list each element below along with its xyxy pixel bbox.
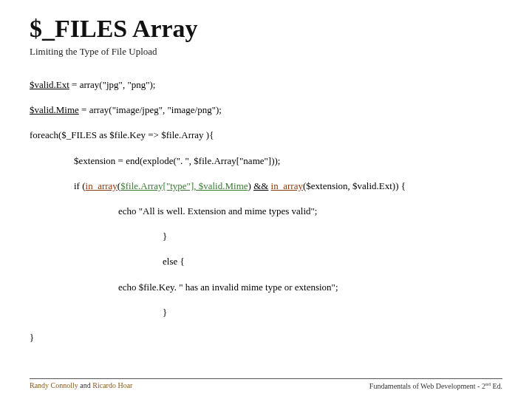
arg-file-array-type: $file.Array["type"], $valid.Mime bbox=[120, 180, 248, 191]
fn-in-array: in_array bbox=[86, 180, 117, 191]
fn-in-array-2: in_array bbox=[271, 180, 303, 191]
code-line-2: $valid.Mime = array("image/jpeg", "image… bbox=[30, 103, 502, 117]
code-text: ($extension, $valid.Ext)) { bbox=[303, 180, 406, 191]
slide-title: $_FILES Array bbox=[30, 15, 502, 43]
code-text: if ( bbox=[30, 180, 86, 191]
footer-text: and bbox=[78, 381, 92, 389]
author-1: Randy Connolly bbox=[30, 381, 78, 389]
code-line-5: if (in_array($file.Array["type"], $valid… bbox=[30, 180, 502, 193]
code-line-9: echo $file.Key. " has an invalid mime ty… bbox=[30, 281, 502, 294]
slide-footer: Randy Connolly and Ricardo Hoar Fundamen… bbox=[30, 378, 502, 390]
slide-subtitle: Limiting the Type of File Upload bbox=[30, 46, 502, 58]
code-line-4: $extension = end(explode(". ", $file.Arr… bbox=[30, 154, 502, 168]
author-2: Ricardo Hoar bbox=[92, 381, 132, 389]
code-text: ) bbox=[248, 180, 254, 191]
code-line-3: foreach($_FILES as $file.Key => $file.Ar… bbox=[30, 129, 502, 142]
footer-book: Fundamentals of Web Development - 2nd Ed… bbox=[369, 381, 502, 390]
var-valid-mime: $valid.Mime bbox=[30, 104, 79, 115]
code-line-7: } bbox=[30, 230, 502, 243]
code-line-1: $valid.Ext = array("jpg", "png"); bbox=[30, 78, 502, 92]
code-line-10: } bbox=[30, 306, 502, 319]
code-line-6: echo "All is well. Extension and mime ty… bbox=[30, 205, 502, 218]
edition-sup: nd bbox=[485, 381, 491, 387]
code-text: = array("image/jpeg", "image/png"); bbox=[79, 104, 222, 115]
edition-text: Ed. bbox=[491, 382, 502, 390]
code-text: = array("jpg", "png"); bbox=[69, 79, 156, 90]
op-and: && bbox=[253, 180, 268, 191]
footer-authors: Randy Connolly and Ricardo Hoar bbox=[30, 381, 132, 390]
code-line-11: } bbox=[30, 331, 502, 344]
book-title: Fundamentals of Web Development - 2 bbox=[369, 382, 485, 390]
code-line-8: else { bbox=[30, 255, 502, 268]
var-valid-ext: $valid.Ext bbox=[30, 79, 69, 90]
